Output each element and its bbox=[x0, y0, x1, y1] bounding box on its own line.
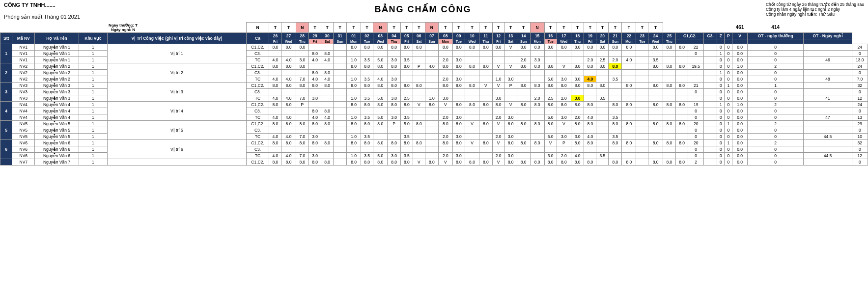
manv-6c: NV6 bbox=[12, 152, 35, 159]
spacer4 bbox=[717, 23, 725, 33]
day-25: 25 bbox=[663, 32, 675, 39]
stt-4: 4 bbox=[0, 101, 12, 120]
hoten-4a: Nguyễn Văn 4 bbox=[35, 101, 79, 108]
nt-18: T bbox=[557, 23, 571, 33]
hoten-1a: Nguyễn Văn 1 bbox=[35, 44, 79, 50]
day-12: 12 bbox=[492, 32, 504, 39]
nt-31: T bbox=[321, 23, 334, 33]
nt-30: T bbox=[309, 23, 321, 33]
table-row: 2 NV2 Nguyễn Văn 2 1 Vị trí 2 C1,C2. 8.0… bbox=[0, 63, 868, 69]
stt-5: 5 bbox=[0, 120, 12, 139]
manv-5a: NV5 bbox=[12, 120, 35, 127]
nt-29: N bbox=[296, 23, 308, 33]
table-row: 3 NV3 Nguyễn Văn 3 1 Vị trí 3 C1,C2. 8.0… bbox=[0, 82, 868, 88]
day-13: 13 bbox=[504, 32, 517, 39]
day-31: 31 bbox=[334, 32, 347, 39]
hoten-6b: Nguyễn Văn 6 bbox=[35, 146, 79, 152]
dow-24: Wed bbox=[648, 39, 663, 44]
nt-10: T bbox=[452, 23, 465, 33]
p-header: P bbox=[725, 32, 732, 39]
manv-7a: NV7 bbox=[12, 159, 35, 165]
ca-5c: TC bbox=[246, 133, 269, 139]
c3-header: C3. bbox=[704, 32, 717, 39]
day-20: 20 bbox=[596, 32, 609, 39]
spacer5 bbox=[725, 23, 732, 33]
day-15: 15 bbox=[530, 32, 544, 39]
ca-2c: TC bbox=[246, 76, 269, 82]
khu-5c: 1 bbox=[79, 133, 107, 139]
khu-2c: 1 bbox=[79, 76, 107, 82]
ca-1c: TC bbox=[246, 56, 269, 63]
ca-2a: C1,C2. bbox=[246, 63, 269, 69]
khu-2b: 1 bbox=[79, 69, 107, 76]
dow-26: Fri bbox=[269, 39, 281, 44]
spacer2 bbox=[688, 23, 704, 33]
stt-1: 1 bbox=[0, 44, 12, 63]
company-name: CÔNG TY TNHH....... bbox=[4, 2, 80, 8]
manv-2a: NV2 bbox=[12, 63, 35, 69]
page-title: BẢNG CHẤM CÔNG bbox=[80, 4, 766, 15]
nt-04: N bbox=[373, 23, 388, 33]
dow-05: Fri bbox=[400, 39, 413, 44]
hoten-4b: Nguyễn Văn 4 bbox=[35, 108, 79, 114]
hoten-3b: Nguyễn Văn 3 bbox=[35, 88, 79, 95]
nt-25: T bbox=[648, 23, 663, 33]
manv-header: Mã NV bbox=[12, 32, 35, 44]
total-461: 461 bbox=[732, 23, 748, 33]
dow-07: Sun bbox=[425, 39, 438, 44]
ca-5a: C1,C2. bbox=[246, 120, 269, 127]
hoten-5b: Nguyễn Văn 5 bbox=[35, 127, 79, 133]
dow-31: Sun bbox=[334, 39, 347, 44]
manv-5c: NV5 bbox=[12, 133, 35, 139]
note-1: Chốt công từ ngày 26 tháng trước đến 25 … bbox=[766, 2, 864, 7]
vitri-3: Vị trí 3 bbox=[108, 82, 246, 101]
hoten-5c: Nguyễn Văn 5 bbox=[35, 133, 79, 139]
day-07: 07 bbox=[425, 32, 438, 39]
vitri-7 bbox=[108, 159, 246, 165]
vitri-1: Vị trí 1 bbox=[108, 44, 246, 63]
main-header-row: Stt Mã NV Họ Và Tên Khu vực Vị Trí Công … bbox=[0, 32, 868, 39]
hoten-header: Họ Và Tên bbox=[35, 32, 79, 44]
vitri-4: Vị trí 4 bbox=[108, 101, 246, 120]
nt-14: T bbox=[504, 23, 517, 33]
khu-3c: 1 bbox=[79, 95, 107, 101]
dow-c1c2 bbox=[676, 39, 704, 44]
nt-17: T bbox=[544, 23, 557, 33]
hoten-6a: Nguyễn Văn 6 bbox=[35, 139, 79, 146]
dow-v bbox=[732, 39, 748, 44]
day-28: 28 bbox=[296, 32, 308, 39]
dow-25: Thu bbox=[663, 39, 675, 44]
page-title-area: BẢNG CHẤM CÔNG bbox=[80, 2, 766, 17]
day-08: 08 bbox=[438, 32, 452, 39]
dow-22: Mon bbox=[622, 39, 636, 44]
khu-6a: 1 bbox=[79, 139, 107, 146]
nt-27: T bbox=[269, 23, 281, 33]
day-29: 29 bbox=[309, 32, 321, 39]
nt-09: T bbox=[438, 23, 452, 33]
day-05: 05 bbox=[400, 32, 413, 39]
khu-header: Khu vực bbox=[79, 32, 107, 44]
vitri-2: Vị trí 2 bbox=[108, 63, 246, 82]
dept-line: Phòng sản xuất Tháng 01 2021 bbox=[4, 14, 80, 20]
nt-05: T bbox=[388, 23, 400, 33]
dow-04: Thu bbox=[388, 39, 400, 44]
ca-1b: C3. bbox=[246, 50, 269, 56]
hoten-3c: Nguyễn Văn 3 bbox=[35, 95, 79, 101]
spacer3 bbox=[704, 23, 717, 33]
vitri-5: Vị trí 5 bbox=[108, 120, 246, 139]
day-24: 24 bbox=[648, 32, 663, 39]
khu-1a: 1 bbox=[79, 44, 107, 50]
nt-07: T bbox=[413, 23, 425, 33]
stt-3: 3 bbox=[0, 82, 12, 101]
nt-03: T bbox=[361, 23, 373, 33]
day-10: 10 bbox=[465, 32, 479, 39]
hoten-7a: Nguyễn Văn 7 bbox=[35, 159, 79, 165]
day-22: 22 bbox=[622, 32, 636, 39]
table-row: NV7 Nguyễn Văn 7 1 C1,C2. 8.08.08.0 8.08… bbox=[0, 159, 868, 165]
nt-12: T bbox=[479, 23, 492, 33]
dow-p bbox=[725, 39, 732, 44]
dow-09: Tue bbox=[452, 39, 465, 44]
day-23: 23 bbox=[636, 32, 648, 39]
khu-3b: 1 bbox=[79, 88, 107, 95]
hoten-6c: Nguyễn Văn 6 bbox=[35, 152, 79, 159]
